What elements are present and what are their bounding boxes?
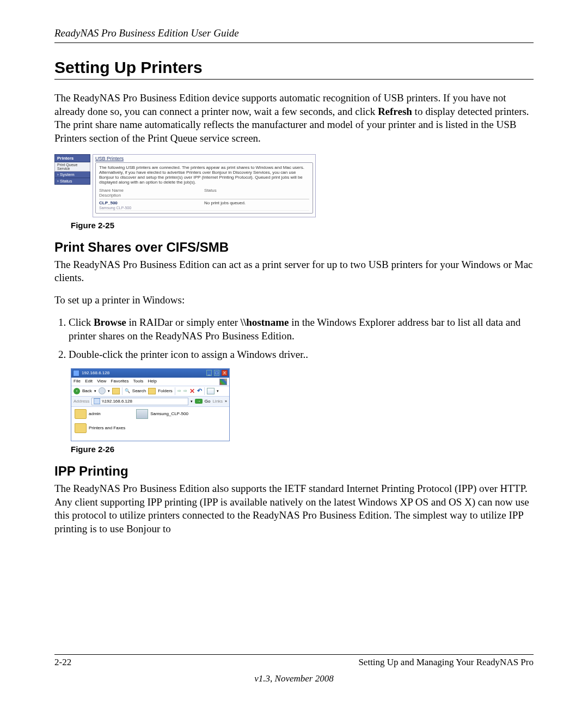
col-share-name: Share Name bbox=[99, 188, 124, 193]
windows-flag-icon bbox=[219, 379, 227, 385]
maximize-button[interactable]: □ bbox=[214, 370, 220, 376]
item-printer[interactable]: Samsung_CLP-500 bbox=[136, 409, 188, 419]
up-folder-icon[interactable] bbox=[112, 388, 120, 394]
address-value: \\192.168.6.128 bbox=[102, 399, 132, 404]
folder-icon bbox=[75, 409, 87, 419]
chapter-title: Setting Up and Managing Your ReadyNAS Pr… bbox=[358, 657, 534, 668]
footer: 2-22 Setting Up and Managing Your ReadyN… bbox=[54, 654, 534, 684]
folders-icon[interactable] bbox=[148, 388, 156, 394]
address-input[interactable]: \\192.168.6.128 bbox=[91, 398, 188, 405]
printer-icon bbox=[136, 409, 148, 419]
item-admin-label: admin bbox=[89, 411, 101, 416]
subsection-ipp-title: IPP Printing bbox=[54, 464, 534, 479]
menu-file[interactable]: File bbox=[74, 379, 81, 384]
menu-view[interactable]: View bbox=[97, 379, 106, 384]
step1-mid: in RAIDar or simply enter bbox=[126, 317, 241, 328]
figure-2-26-caption: Figure 2-26 bbox=[71, 445, 534, 454]
cifs-paragraph-2: To set up a printer in Windows: bbox=[54, 294, 534, 307]
step-1: Click Browse in RAIDar or simply enter \… bbox=[69, 316, 534, 343]
delete-icon[interactable]: ✕ bbox=[189, 387, 195, 395]
links-label[interactable]: Links bbox=[212, 399, 223, 404]
step1-pre: Click bbox=[69, 317, 94, 328]
window-buttons: _ □ X bbox=[206, 370, 228, 376]
col-description: Description bbox=[99, 193, 121, 198]
row-desc: Samsung CLP-500 bbox=[99, 206, 131, 210]
step1-hostname: \\hostname bbox=[241, 317, 289, 328]
nav-printers[interactable]: Printers bbox=[54, 154, 90, 162]
step1-browse: Browse bbox=[94, 317, 126, 328]
item-printers-faxes[interactable]: Printers and Faxes bbox=[75, 423, 125, 433]
row-status: No print jobs queued. bbox=[204, 200, 309, 210]
step-2: Double-click the printer icon to assign … bbox=[69, 348, 534, 362]
panel-box: The following USB printers are connected… bbox=[95, 162, 313, 214]
search-label[interactable]: Search bbox=[132, 388, 146, 393]
running-header: ReadyNAS Pro Business Edition User Guide bbox=[54, 27, 534, 43]
item-pf-label: Printers and Faxes bbox=[89, 425, 125, 430]
page: ReadyNAS Pro Business Edition User Guide… bbox=[0, 0, 588, 706]
nav-print-queue[interactable]: Print Queue Service bbox=[54, 162, 90, 172]
close-button[interactable]: X bbox=[222, 370, 228, 376]
col-status: Status bbox=[204, 188, 309, 198]
copy-icon[interactable]: ⇨ bbox=[183, 388, 187, 393]
item-admin[interactable]: admin bbox=[75, 409, 125, 419]
window-icon bbox=[73, 370, 79, 376]
folder-icon bbox=[75, 423, 87, 433]
address-bar: Address \\192.168.6.128 ▾ → Go Links » bbox=[71, 397, 229, 407]
page-number: 2-22 bbox=[54, 657, 71, 668]
minimize-button[interactable]: _ bbox=[206, 370, 212, 376]
views-icon[interactable] bbox=[207, 388, 215, 394]
menu-tools[interactable]: Tools bbox=[133, 379, 144, 384]
folders-label[interactable]: Folders bbox=[158, 388, 173, 393]
steps-list: Click Browse in RAIDar or simply enter \… bbox=[54, 316, 534, 362]
version-date: v1.3, November 2008 bbox=[54, 673, 534, 684]
undo-icon[interactable]: ↶ bbox=[197, 387, 202, 394]
figure-2-25-caption: Figure 2-25 bbox=[71, 221, 534, 230]
window-title: 192.168.6.128 bbox=[82, 370, 206, 375]
window-titlebar[interactable]: 192.168.6.128 _ □ X bbox=[71, 369, 229, 378]
nav-system[interactable]: System bbox=[54, 172, 90, 178]
panel-desc: The following USB printers are connected… bbox=[99, 165, 309, 185]
refresh-bold: Refresh bbox=[378, 106, 412, 117]
search-icon[interactable]: 🔍 bbox=[125, 388, 130, 393]
row-share: CLP_500 bbox=[99, 200, 118, 205]
item-printer-label: Samsung_CLP-500 bbox=[150, 411, 188, 416]
back-label[interactable]: Back bbox=[82, 388, 92, 393]
intro-paragraph: The ReadyNAS Pro Business Edition device… bbox=[54, 92, 534, 145]
explorer-content: admin Printers and Faxes Samsung_CLP-500 bbox=[71, 407, 229, 441]
go-label[interactable]: Go bbox=[205, 399, 211, 404]
back-icon[interactable]: ‹ bbox=[74, 388, 80, 394]
menubar: File Edit View Favorites Tools Help bbox=[71, 378, 229, 386]
ipp-paragraph: The ReadyNAS Pro Business Edition also s… bbox=[54, 482, 534, 536]
fig25-panel: USB Printers The following USB printers … bbox=[93, 154, 316, 217]
panel-title: USB Printers bbox=[95, 156, 313, 161]
move-icon[interactable]: ⇨ bbox=[177, 388, 181, 393]
address-label: Address bbox=[74, 399, 89, 404]
cifs-paragraph-1: The ReadyNAS Pro Business Edition can ac… bbox=[54, 258, 534, 285]
menu-favorites[interactable]: Favorites bbox=[111, 379, 129, 384]
subsection-cifs-title: Print Shares over CIFS/SMB bbox=[54, 240, 534, 255]
toolbar: ‹ Back ▾ ▾ 🔍 Search Folders ⇨ ⇨ ✕ ↶ ▾ bbox=[71, 386, 229, 397]
section-title: Setting Up Printers bbox=[54, 58, 534, 80]
go-button[interactable]: → bbox=[195, 399, 203, 404]
figure-2-26: 192.168.6.128 _ □ X File Edit View Favor… bbox=[71, 368, 230, 441]
fig25-sidebar: Printers Print Queue Service System Stat… bbox=[54, 154, 90, 185]
menu-help[interactable]: Help bbox=[148, 379, 157, 384]
computer-icon bbox=[94, 398, 100, 404]
figure-2-25: Printers Print Queue Service System Stat… bbox=[54, 154, 316, 217]
menu-edit[interactable]: Edit bbox=[85, 379, 93, 384]
forward-icon[interactable] bbox=[99, 387, 106, 394]
nav-status[interactable]: Status bbox=[54, 178, 90, 185]
